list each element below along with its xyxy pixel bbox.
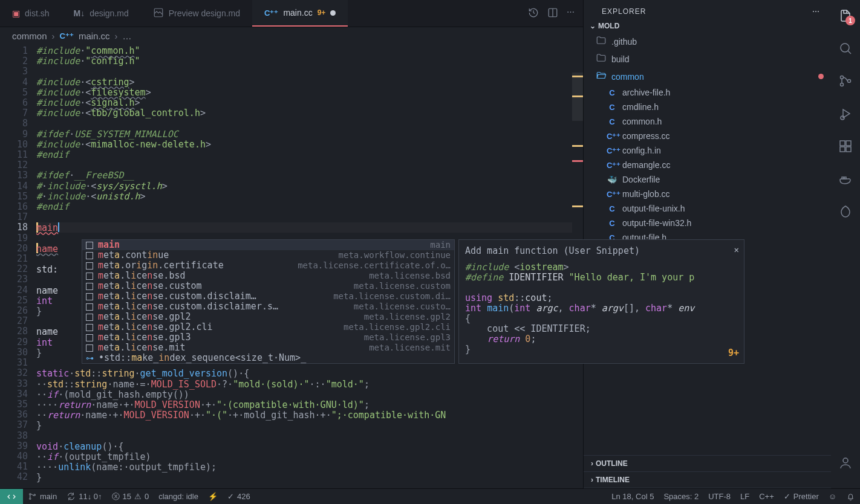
check-icon: ✓	[784, 492, 790, 501]
cursor-position[interactable]: Ln 18, Col 5	[607, 492, 659, 501]
suggest-item[interactable]: meta.license.bsd meta.license.bsd	[82, 271, 454, 281]
suggest-item[interactable]: meta.license.custom.disclaim… meta.licen…	[82, 291, 454, 302]
suggest-item[interactable]: meta.origin.certificate meta.license.cer…	[82, 260, 454, 271]
cpp-icon: C⁺⁺	[607, 161, 617, 170]
side-section[interactable]: › TIMELINE	[584, 471, 831, 488]
markdown-icon: M↓	[73, 8, 85, 18]
breadcrumb-ellipsis[interactable]: …	[123, 31, 132, 41]
tree-item[interactable]: C cmdline.h	[584, 100, 831, 114]
git-branch[interactable]: main	[23, 492, 62, 501]
prettier[interactable]: ✓ Prettier	[779, 492, 824, 501]
git-sync[interactable]: 11↓ 0↑	[62, 492, 106, 501]
c-header-icon: C	[607, 117, 617, 126]
more-icon[interactable]: ⋯	[812, 7, 820, 16]
preview-icon	[153, 7, 164, 20]
suggest-item[interactable]: meta.license.gpl2.cli meta.license.gpl2.…	[82, 322, 454, 332]
side-section[interactable]: › OUTLINE	[584, 455, 831, 471]
encoding[interactable]: UTF-8	[703, 492, 735, 501]
suggest-item[interactable]: meta.license.custom.disclaimer.s… meta.l…	[82, 302, 454, 312]
explorer-root[interactable]: ⌄ MOLD	[584, 19, 831, 33]
status-bar: main 11↓ 0↑ ⓧ15 ⚠0 clangd: idle ⚡ ✓426 L…	[0, 488, 860, 504]
close-icon[interactable]: ✕	[734, 245, 739, 255]
activity-bar: 1	[831, 0, 860, 504]
breadcrumb-folder[interactable]: common	[12, 31, 47, 41]
remote-icon[interactable]	[0, 489, 23, 504]
chevron-right-icon: ›	[115, 31, 118, 41]
tree-item[interactable]: C⁺⁺ compress.cc	[584, 129, 831, 143]
indent[interactable]: Spaces: 2	[659, 492, 703, 501]
metrics[interactable]: ✓426	[223, 492, 255, 501]
svg-rect-11	[846, 147, 851, 152]
suggest-item[interactable]: main main	[82, 240, 454, 250]
modified-dot-icon	[818, 74, 824, 79]
git-graph-icon[interactable]	[837, 203, 854, 220]
cpp-icon: C⁺⁺	[264, 8, 278, 18]
tree-item-label: Dockerfile	[622, 175, 660, 184]
problems[interactable]: ⓧ15 ⚠0	[107, 491, 154, 502]
shell-icon: ▣	[12, 8, 20, 18]
explorer-icon[interactable]: 1	[837, 7, 854, 24]
suggest-item[interactable]: meta.license.gpl3 meta.license.gpl3	[82, 332, 454, 343]
tree-item[interactable]: C⁺⁺ config.h.in	[584, 143, 831, 158]
tree-item-label: demangle.cc	[622, 160, 670, 170]
tree-item-label: common	[611, 72, 644, 82]
feedback-icon[interactable]: ☺	[824, 492, 841, 501]
autocomplete-widget[interactable]: main main meta.continue meta.workflow.co…	[82, 239, 455, 364]
tree-item[interactable]: C output-file-win32.h	[584, 216, 831, 230]
debug-icon[interactable]	[837, 105, 854, 122]
tab-badge: 9+	[318, 8, 326, 17]
suggest-item[interactable]: meta.license.gpl2 meta.license.gpl2	[82, 312, 454, 322]
suggest-item[interactable]: ⊶ •std::make_index_sequence<size_t·Num>_	[82, 353, 454, 363]
root-label: MOLD	[598, 22, 619, 30]
suggest-item[interactable]: meta.continue meta.workflow.continue	[82, 250, 454, 260]
svg-point-5	[841, 83, 844, 86]
more-icon[interactable]: ⋯	[567, 7, 575, 20]
activity-badge: 1	[845, 16, 855, 25]
tab-dist-sh[interactable]: ▣ dist.sh	[0, 0, 61, 27]
tree-item[interactable]: .github	[584, 33, 831, 50]
eol[interactable]: LF	[735, 492, 754, 501]
editor-tabs: ▣ dist.sh M↓ design.md Preview design.md…	[0, 0, 583, 27]
folder-icon	[596, 53, 607, 65]
svg-point-17	[30, 498, 31, 500]
tree-item[interactable]: build	[584, 50, 831, 68]
tab-preview-design[interactable]: Preview design.md	[141, 0, 252, 27]
tab-label: main.cc	[283, 8, 312, 18]
split-editor-icon[interactable]	[547, 7, 558, 20]
source-control-icon[interactable]	[837, 73, 854, 89]
svg-point-18	[34, 494, 36, 496]
tab-label: dist.sh	[25, 8, 49, 18]
svg-rect-13	[844, 177, 846, 179]
breadcrumb[interactable]: common › C⁺⁺ main.cc › …	[0, 27, 583, 45]
svg-point-3	[841, 44, 849, 52]
docker-icon[interactable]	[837, 170, 854, 187]
cpp-icon: C⁺⁺	[607, 132, 617, 141]
bell-icon[interactable]	[841, 492, 860, 501]
tree-item[interactable]: 🐳 Dockerfile	[584, 172, 831, 187]
language[interactable]: C++	[754, 492, 779, 501]
history-icon[interactable]	[528, 7, 539, 20]
tree-item[interactable]: common	[584, 68, 831, 85]
tree-item[interactable]: C archive-file.h	[584, 85, 831, 100]
search-icon[interactable]	[837, 40, 854, 57]
suggest-item[interactable]: meta.license.mit meta.license.mit	[82, 343, 454, 353]
check-icon: ✓	[227, 492, 234, 501]
svg-rect-8	[840, 141, 845, 146]
tree-item[interactable]: C⁺⁺ multi-glob.cc	[584, 187, 831, 201]
tab-main-cc[interactable]: C⁺⁺ main.cc 9+	[252, 0, 348, 27]
tab-design-md[interactable]: M↓ design.md	[61, 0, 140, 27]
tree-item-label: archive-file.h	[622, 88, 670, 97]
line-gutter: 1234567891011121314151617181920212223242…	[0, 45, 36, 504]
svg-rect-10	[840, 147, 845, 152]
clangd-status[interactable]: clangd: idle	[154, 492, 203, 501]
bolt-icon[interactable]: ⚡	[203, 492, 223, 501]
cpp-icon: C⁺⁺	[60, 31, 74, 40]
tree-item[interactable]: C output-file-unix.h	[584, 201, 831, 216]
account-icon[interactable]	[837, 454, 854, 471]
c-header-icon: C	[607, 204, 617, 213]
tree-item[interactable]: C⁺⁺ demangle.cc	[584, 158, 831, 172]
suggest-item[interactable]: meta.license.custom meta.license.custom	[82, 281, 454, 291]
extensions-icon[interactable]	[837, 138, 854, 155]
breadcrumb-file[interactable]: main.cc	[79, 31, 110, 41]
tree-item[interactable]: C common.h	[584, 114, 831, 129]
